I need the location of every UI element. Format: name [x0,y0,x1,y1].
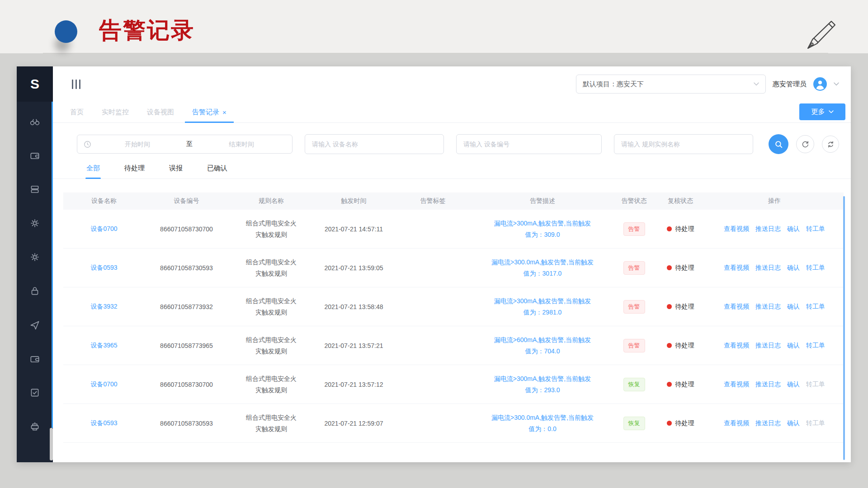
action-workorder[interactable]: 转工单 [806,419,825,427]
sidebar-item-5[interactable] [17,274,53,308]
review-status: 待处理 [656,303,705,311]
refresh-button[interactable] [796,135,814,153]
alarm-status-badge: 恢复 [623,378,645,391]
review-status: 待处理 [656,342,705,350]
action-confirm[interactable]: 确认 [787,225,800,233]
project-select[interactable]: 默认项目：惠安天下 [576,75,766,94]
action-view-video[interactable]: 查看视频 [724,342,749,350]
device-name-input[interactable] [305,134,444,154]
title-bullet [55,20,77,43]
send-icon [29,319,41,331]
action-view-video[interactable]: 查看视频 [724,303,749,311]
close-icon[interactable]: × [222,109,226,116]
gear-icon [29,251,41,263]
nav-tab-1[interactable]: 实时监控 [94,102,136,122]
date-range-picker[interactable]: 至 [77,135,292,154]
nav-tab-2[interactable]: 设备视图 [140,102,181,122]
user-name: 惠安管理员 [773,80,807,89]
column-header: 设备名称 [63,197,145,205]
trigger-time: 2021-07-21 13:57:12 [314,381,393,388]
reset-button[interactable] [822,136,839,153]
action-view-video[interactable]: 查看视频 [724,380,749,389]
device-name-link[interactable]: 设备0593 [90,419,117,427]
review-dot-icon [667,382,672,387]
project-select-value: 默认项目：惠安天下 [583,80,644,89]
device-name-link[interactable]: 设备0700 [90,225,117,232]
action-confirm[interactable]: 确认 [787,264,800,272]
action-push-log[interactable]: 推送日志 [755,264,781,272]
action-confirm[interactable]: 确认 [787,419,800,427]
action-confirm[interactable]: 确认 [787,342,800,350]
column-header: 设备编号 [145,197,228,205]
nav-tab-0[interactable]: 首页 [63,102,91,122]
row-actions: 查看视频推送日志确认转工单 [705,342,844,350]
device-name-link[interactable]: 设备3932 [90,303,117,310]
sidebar-item-6[interactable] [17,308,53,342]
action-push-log[interactable]: 推送日志 [755,419,781,427]
device-no-input[interactable] [456,134,602,154]
alarm-table: 设备名称设备编号规则名称触发时间告警标签告警描述告警状态复核状态操作 设备070… [63,192,844,443]
sidebar-scrollbar-thumb[interactable] [50,428,53,460]
action-workorder[interactable]: 转工单 [806,225,825,233]
end-time-input[interactable] [197,140,286,148]
range-separator: 至 [184,140,195,148]
sidebar-item-3[interactable] [17,206,53,240]
sidebar-item-0[interactable] [17,104,53,138]
device-no: 866071058773932 [145,303,228,310]
action-view-video[interactable]: 查看视频 [724,264,749,272]
action-push-log[interactable]: 推送日志 [755,342,781,350]
action-workorder[interactable]: 转工单 [806,342,825,350]
alarm-desc: 漏电流>300.0mA,触发告警,当前触发值为：0.0 [472,412,613,435]
status-tab-0[interactable]: 全部 [85,160,101,178]
action-push-log[interactable]: 推送日志 [755,380,781,389]
topbar: 默认项目：惠安天下 惠安管理员 [53,66,851,102]
action-view-video[interactable]: 查看视频 [724,225,749,233]
table-row: 设备0700 866071058730700 组合式用电安全火灾触发规则 202… [63,210,844,249]
pen-icon [799,14,843,57]
start-time-input[interactable] [93,140,182,148]
status-tab-3[interactable]: 已确认 [206,160,228,178]
action-view-video[interactable]: 查看视频 [724,419,749,427]
table-scrollbar[interactable] [843,196,845,460]
sidebar-item-1[interactable] [17,138,53,172]
device-name-link[interactable]: 设备0700 [90,380,117,388]
action-confirm[interactable]: 确认 [787,380,800,389]
sidebar-item-8[interactable] [17,375,53,409]
nav-tabs-bar: 首页 实时监控 设备视图 告警记录 × 更多 [53,102,851,123]
rule-name: 组合式用电安全火灾触发规则 [228,334,314,357]
rule-instance-input[interactable] [614,134,753,154]
alarm-desc: 漏电流>300mA,触发告警,当前触发值为：2981.0 [472,296,613,318]
search-button[interactable] [769,134,788,154]
column-header: 规则名称 [228,197,314,205]
reset-icon [827,141,835,148]
action-confirm[interactable]: 确认 [787,303,800,311]
device-name-link[interactable]: 设备3965 [90,342,117,349]
review-dot-icon [667,343,672,348]
sidebar-item-4[interactable] [17,240,53,274]
action-push-log[interactable]: 推送日志 [755,225,781,233]
sidebar-item-2[interactable] [17,172,53,206]
sidebar-item-9[interactable] [17,409,53,443]
device-name-link[interactable]: 设备0593 [90,264,117,271]
action-push-log[interactable]: 推送日志 [755,303,781,311]
row-actions: 查看视频推送日志确认转工单 [705,380,844,389]
review-dot-icon [667,265,672,270]
action-workorder[interactable]: 转工单 [806,303,825,311]
user-menu-chevron-icon[interactable] [834,82,839,86]
table-row: 设备3965 866071058773965 组合式用电安全火灾触发规则 202… [63,326,844,365]
alarm-desc: 漏电流>300mA,触发告警,当前触发值为：309.0 [472,218,613,240]
nav-tab-3[interactable]: 告警记录 × [185,102,234,122]
status-tab-2[interactable]: 误报 [168,160,184,178]
sidebar-item-7[interactable] [17,342,53,375]
review-dot-icon [667,304,672,309]
alarm-desc: 漏电流>300.0mA,触发告警,当前触发值为：3017.0 [472,257,613,279]
table-row: 设备0700 866071058730700 组合式用电安全火灾触发规则 202… [63,365,844,404]
action-workorder[interactable]: 转工单 [806,380,825,389]
more-button[interactable]: 更多 [799,103,845,120]
action-workorder[interactable]: 转工单 [806,264,825,272]
checkbox-icon [29,387,41,399]
user-avatar[interactable] [813,77,827,91]
collapse-menu-icon[interactable] [72,80,80,89]
gear-icon [29,217,41,229]
status-tab-1[interactable]: 待处理 [123,160,146,178]
